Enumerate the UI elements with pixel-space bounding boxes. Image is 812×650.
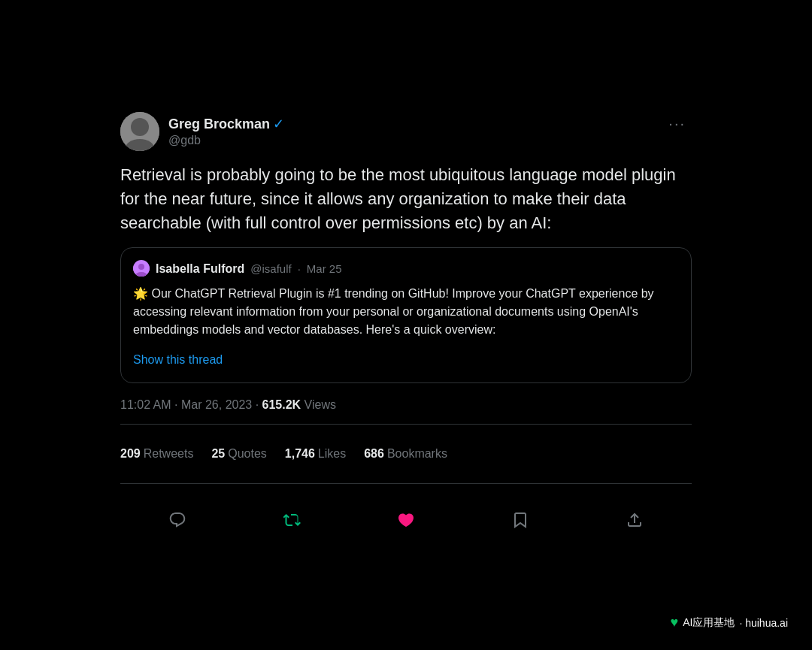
quotes-stat[interactable]: 25 Quotes (211, 447, 266, 461)
likes-label: Likes (318, 447, 346, 461)
more-options-button[interactable]: ··· (662, 112, 692, 135)
quoted-date: · (298, 261, 301, 277)
author-name[interactable]: Greg Brockman (168, 116, 270, 132)
watermark-text: AI应用基地 (683, 616, 735, 630)
quoted-tweet[interactable]: Isabella Fulford @isafulf · Mar 25 🌟 Our… (120, 247, 692, 383)
share-icon (626, 511, 644, 529)
svg-point-1 (131, 118, 149, 136)
tweet-views-count: 615.2K (262, 398, 301, 411)
quoted-avatar[interactable] (133, 260, 150, 277)
author-handle[interactable]: @gdb (168, 134, 284, 147)
retweets-stat[interactable]: 209 Retweets (120, 447, 193, 461)
quoted-body: 🌟 Our ChatGPT Retrieval Plugin is #1 tre… (133, 285, 679, 339)
bookmarks-label: Bookmarks (387, 447, 447, 461)
tweet-header: Greg Brockman ✓ @gdb ··· (120, 112, 692, 151)
divider-bottom (120, 483, 692, 484)
retweet-button[interactable] (277, 505, 307, 535)
tweet-views-label: Views (304, 398, 336, 411)
wechat-icon: ♥ (670, 615, 678, 630)
likes-count: 1,746 (285, 447, 315, 461)
avatar[interactable] (120, 112, 159, 151)
stats-row: 209 Retweets 25 Quotes 1,746 Likes 686 B… (120, 437, 692, 471)
divider-top (120, 424, 692, 425)
quoted-header: Isabella Fulford @isafulf · Mar 25 (133, 260, 679, 277)
show-thread-link[interactable]: Show this thread (133, 353, 223, 366)
quoted-author-name[interactable]: Isabella Fulford (156, 260, 244, 277)
bookmarks-stat[interactable]: 686 Bookmarks (364, 447, 447, 461)
quotes-label: Quotes (228, 447, 267, 461)
retweets-label: Retweets (144, 447, 194, 461)
author-name-row: Greg Brockman ✓ (168, 116, 284, 132)
like-icon (397, 511, 415, 529)
retweet-icon (283, 511, 301, 529)
quoted-author-handle: @isafulf (250, 261, 291, 277)
tweet-card: Greg Brockman ✓ @gdb ··· Retrieval is pr… (120, 97, 692, 553)
watermark: ♥ AI应用基地 · huihua.ai (661, 610, 797, 635)
quotes-count: 25 (211, 447, 225, 461)
like-button[interactable] (391, 505, 421, 535)
tweet-text: Retrieval is probably going to be the mo… (120, 165, 676, 232)
bookmark-button[interactable] (505, 505, 535, 535)
tweet-header-left: Greg Brockman ✓ @gdb (120, 112, 284, 151)
share-button[interactable] (620, 505, 650, 535)
reply-icon (168, 511, 186, 529)
tweet-meta: 11:02 AM · Mar 26, 2023 · 615.2K Views (120, 398, 692, 412)
retweets-count: 209 (120, 447, 141, 461)
likes-stat[interactable]: 1,746 Likes (285, 447, 346, 461)
reply-button[interactable] (162, 505, 192, 535)
separator: · (256, 398, 262, 411)
verified-icon: ✓ (273, 116, 284, 132)
actions-row (120, 496, 692, 538)
svg-point-4 (138, 264, 144, 270)
bookmarks-count: 686 (364, 447, 384, 461)
tweet-timestamp: 11:02 AM · Mar 26, 2023 (120, 398, 252, 411)
tweet-body: Retrieval is probably going to be the mo… (120, 163, 692, 383)
watermark-subtext: · huihua.ai (739, 617, 788, 629)
author-info: Greg Brockman ✓ @gdb (168, 116, 284, 147)
quoted-tweet-date: Mar 25 (307, 261, 342, 277)
bookmark-icon (511, 511, 529, 529)
